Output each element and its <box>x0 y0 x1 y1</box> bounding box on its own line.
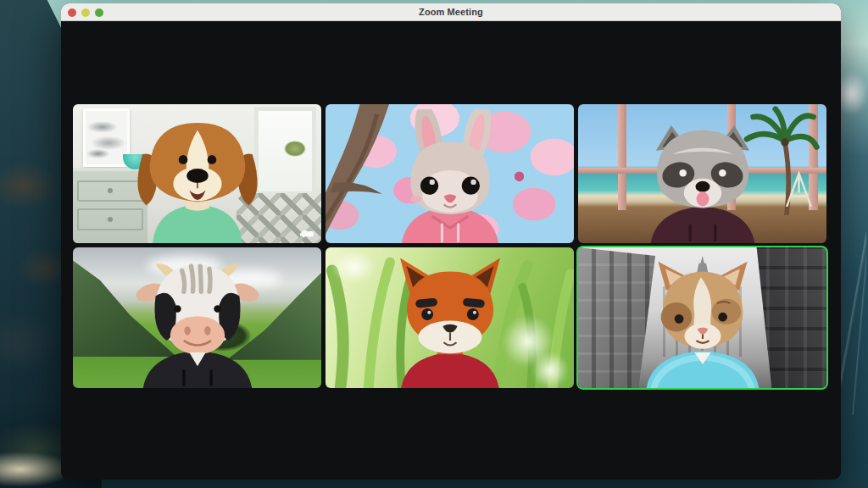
video-tile-fox[interactable] <box>326 247 574 388</box>
video-tile-cow[interactable] <box>73 247 321 388</box>
zoom-meeting-window: Zoom Meeting <box>61 3 841 480</box>
video-tile-cat[interactable] <box>578 247 826 388</box>
video-grid <box>73 104 826 388</box>
desktop-wallpaper: Zoom Meeting <box>0 0 868 488</box>
wallpaper-wave-streaks <box>841 212 866 415</box>
cat-avatar <box>602 252 802 388</box>
cow-avatar <box>97 252 297 388</box>
fox-avatar <box>349 252 549 388</box>
raccoon-avatar <box>604 109 801 243</box>
minimize-button[interactable] <box>81 8 90 17</box>
zoom-button[interactable] <box>95 8 103 17</box>
traffic-light-buttons <box>68 3 103 21</box>
window-title: Zoom Meeting <box>419 7 483 17</box>
rabbit-avatar <box>351 109 548 243</box>
video-tile-rabbit[interactable] <box>326 104 574 243</box>
video-tile-raccoon[interactable] <box>578 104 826 243</box>
window-titlebar[interactable]: Zoom Meeting <box>61 3 841 21</box>
video-tile-dog[interactable] <box>73 104 321 243</box>
dog-avatar <box>98 109 296 243</box>
close-button[interactable] <box>68 8 76 17</box>
bear-watermark-icon <box>298 228 315 238</box>
